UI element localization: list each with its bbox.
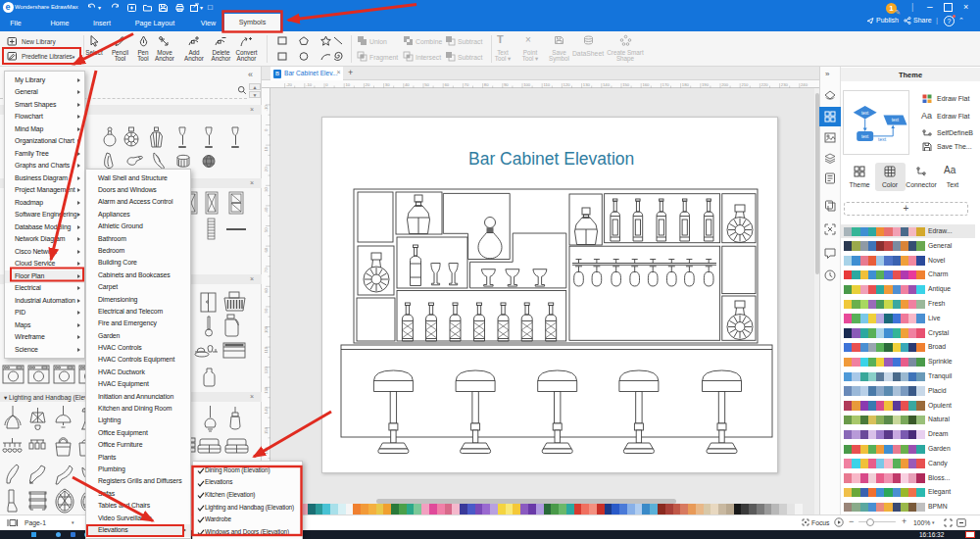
svg-text:150: 150 [622, 82, 630, 87]
svg-text:100: 100 [523, 82, 531, 87]
svg-text:230: 230 [781, 82, 789, 87]
svg-text:120: 120 [264, 367, 269, 374]
svg-text:70: 70 [264, 268, 269, 272]
svg-text:190: 190 [702, 82, 710, 87]
svg-text:-10: -10 [306, 82, 313, 87]
svg-text:90: 90 [264, 308, 269, 313]
svg-text:30: 30 [264, 186, 269, 191]
svg-text:110: 110 [543, 82, 550, 87]
svg-text:50: 50 [264, 227, 269, 232]
svg-text:40: 40 [405, 82, 410, 87]
svg-text:140: 140 [264, 407, 269, 415]
svg-text:20: 20 [264, 167, 269, 172]
svg-text:20: 20 [366, 82, 370, 87]
svg-text:-10: -10 [264, 105, 269, 112]
svg-text:text: text [861, 134, 869, 139]
svg-text:130: 130 [264, 386, 269, 394]
svg-text:10: 10 [345, 82, 350, 87]
svg-text:160: 160 [264, 447, 269, 455]
svg-text:70: 70 [465, 82, 469, 87]
svg-text:210: 210 [741, 82, 749, 87]
svg-text:60: 60 [444, 82, 449, 87]
svg-text:180: 180 [682, 82, 690, 87]
svg-text:80: 80 [484, 82, 489, 87]
svg-text:160: 160 [642, 82, 650, 87]
svg-text:80: 80 [264, 287, 269, 292]
svg-text:50: 50 [424, 82, 429, 87]
svg-text:40: 40 [264, 207, 269, 212]
svg-text:240: 240 [801, 82, 808, 87]
svg-text:-20: -20 [286, 82, 293, 87]
svg-text:220: 220 [761, 82, 769, 87]
svg-text:60: 60 [264, 247, 269, 252]
svg-text:120: 120 [564, 82, 571, 87]
svg-text:170: 170 [662, 82, 670, 87]
svg-text:90: 90 [504, 82, 509, 87]
svg-text:140: 140 [603, 82, 611, 87]
svg-text:150: 150 [264, 426, 269, 434]
svg-text:100: 100 [264, 325, 269, 333]
svg-text:110: 110 [264, 346, 269, 353]
svg-text:text: text [892, 118, 900, 122]
svg-text:text: text [878, 136, 887, 142]
svg-text:text: text [861, 111, 869, 116]
svg-text:200: 200 [721, 82, 729, 87]
svg-text:30: 30 [385, 82, 390, 87]
svg-text:10: 10 [264, 146, 269, 151]
svg-text:130: 130 [583, 82, 591, 87]
